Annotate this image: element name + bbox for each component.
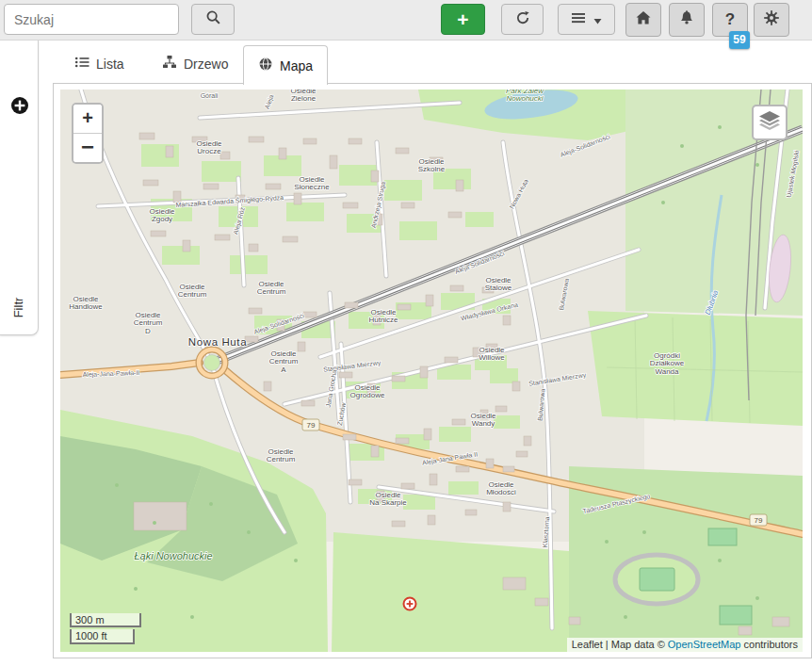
map-label: OsiedleHandlowe xyxy=(69,295,103,312)
home-button[interactable] xyxy=(625,3,661,37)
scale-control: 300 m 1000 ft xyxy=(70,613,141,644)
tab-mapa[interactable]: Mapa xyxy=(243,45,328,85)
road-shield-79: 79 xyxy=(750,514,767,526)
question-mark-icon: ? xyxy=(725,10,735,29)
chevron-down-icon xyxy=(593,11,602,28)
settings-button[interactable] xyxy=(754,3,789,37)
notifications-button[interactable] xyxy=(669,3,705,37)
map-label: Górali xyxy=(201,92,219,99)
map-label: OsiedleCentrum xyxy=(178,283,207,300)
globe-icon xyxy=(258,57,273,74)
layers-control-button[interactable] xyxy=(752,105,788,140)
bell-icon xyxy=(678,9,695,30)
tab-mapa-label: Mapa xyxy=(280,58,313,73)
map-attribution: Leaflet | Map data © OpenStreetMap contr… xyxy=(567,638,803,652)
map-label: OsiedleCentrum xyxy=(267,447,296,464)
map-marker[interactable] xyxy=(404,598,416,610)
scale-metric: 300 m xyxy=(70,613,141,628)
layers-icon xyxy=(757,108,782,137)
map-label: OsiedleWillowe xyxy=(479,346,505,363)
tab-drzewo[interactable]: Drzewo xyxy=(148,45,242,82)
menu-dropdown-button[interactable] xyxy=(558,4,615,35)
map-label: Łąki Nowohuckie xyxy=(134,550,212,561)
attribution-suffix: contributors xyxy=(740,639,798,650)
add-button[interactable]: + xyxy=(441,4,485,35)
tab-lista[interactable]: Lista xyxy=(60,45,138,82)
tree-icon xyxy=(162,55,177,73)
search-button[interactable] xyxy=(191,4,235,35)
search-icon xyxy=(205,9,221,29)
map-canvas: 79 79 GóraliAlejaOsiedleZielonePark Zale… xyxy=(60,89,803,652)
list-icon xyxy=(74,55,89,73)
zoom-out-button[interactable]: − xyxy=(73,133,102,162)
map-label: OsiedleOgrodowe xyxy=(350,383,385,400)
map-label: OsiedleWandy xyxy=(470,412,496,429)
scale-imperial: 1000 ft xyxy=(70,629,135,644)
zoom-in-button[interactable]: + xyxy=(73,105,102,133)
map-label: OsiedleStalowe xyxy=(485,276,512,293)
toolbar: + ? xyxy=(0,0,812,41)
filter-panel-handle[interactable]: Filtr xyxy=(0,286,38,328)
refresh-icon xyxy=(515,10,530,29)
plus-icon: + xyxy=(457,9,468,29)
map-label: Park ZalewNowohucki xyxy=(506,89,544,103)
notification-count-badge[interactable]: 59 xyxy=(729,31,750,49)
map-label: OsiedleCentrum xyxy=(257,280,286,297)
tab-drzewo-label: Drzewo xyxy=(184,57,228,72)
attribution-text: Leaflet | Map data © xyxy=(572,639,668,650)
svg-text:79: 79 xyxy=(755,516,763,525)
map-label: OsiedleSłoneczne xyxy=(294,175,330,192)
map-label: OsiedleUrocze xyxy=(196,139,222,156)
map-label: OsiedleMłodości xyxy=(486,480,516,497)
plus-circle-icon xyxy=(10,102,29,118)
search-input[interactable] xyxy=(4,4,179,35)
map-label: OsiedleSzkolne xyxy=(418,157,446,174)
road-shield-79: 79 xyxy=(302,419,319,430)
refresh-button[interactable] xyxy=(501,4,544,35)
map-label: OsiedleHutnicze xyxy=(368,308,398,325)
filter-label: Filtr xyxy=(11,297,25,317)
map-label: OsiedleZgody xyxy=(149,207,175,224)
expand-filter-button[interactable] xyxy=(10,96,29,115)
filter-sidebar: Filtr xyxy=(0,40,39,335)
tab-lista-label: Lista xyxy=(96,57,124,72)
map[interactable]: 79 79 GóraliAlejaOsiedleZielonePark Zale… xyxy=(60,89,803,652)
svg-text:79: 79 xyxy=(307,421,316,430)
zoom-control: + − xyxy=(72,103,104,164)
gear-icon xyxy=(763,9,780,30)
hamburger-icon xyxy=(571,10,586,29)
map-label: OsiedleZielone xyxy=(290,89,317,103)
openstreetmap-link[interactable]: OpenStreetMap xyxy=(668,639,741,650)
map-label: Nowa Huta xyxy=(188,336,247,348)
home-icon xyxy=(635,9,652,30)
